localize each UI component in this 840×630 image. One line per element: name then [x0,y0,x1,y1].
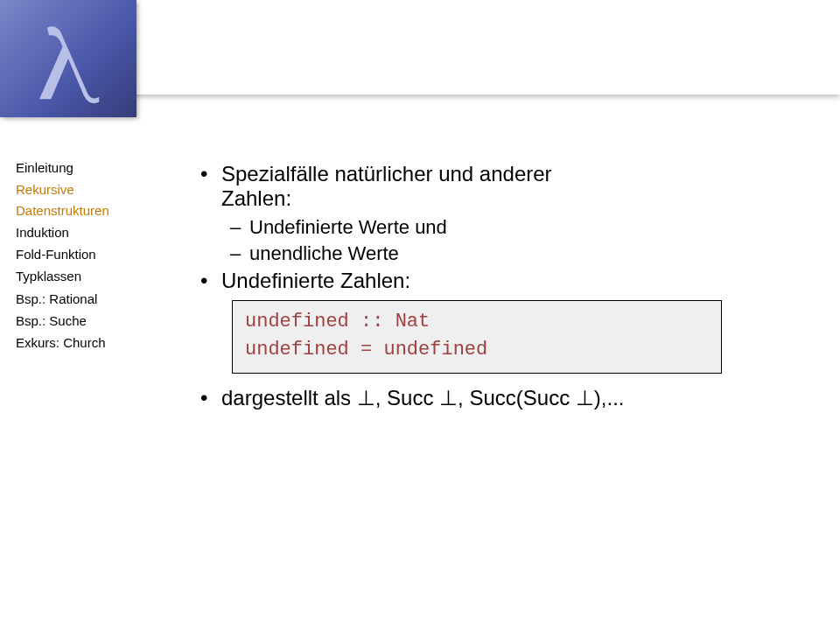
code-line-1: undefined :: Nat [245,308,709,336]
nav-item-fold: Fold-Funktion [16,244,143,264]
content-area: Spezialfälle natürlicher und anderer Zah… [197,162,757,416]
bullet-spezialfaelle: Spezialfälle natürlicher und anderer Zah… [197,162,757,211]
subbullet-unendliche-werte: unendliche Werte [197,242,757,265]
code-block: undefined :: Nat undefined = undefined [232,300,722,374]
nav-item-einleitung: Einleitung [16,158,143,178]
bullet-dargestellt: dargestellt als ⊥, Succ ⊥, Succ(Succ ⊥),… [197,386,757,410]
code-line-2: undefined = undefined [245,336,709,364]
nav-item-typklassen: Typklassen [16,266,143,286]
nav-item-rekursive: Rekursive Datenstrukturen [16,179,143,220]
bullet-text-line1: Spezialfälle natürlicher und anderer [221,162,552,186]
subbullet-undefinierte-werte: Undefinierte Werte und [197,216,757,239]
bullet-text-line2: Zahlen: [221,186,291,210]
nav-item-church: Exkurs: Church [16,332,143,353]
bullet-undefinierte-zahlen: Undefinierte Zahlen: [197,269,757,293]
nav-item-induktion: Induktion [16,222,143,242]
nav-item-suche: Bsp.: Suche [16,311,143,331]
lambda-icon [20,10,116,107]
sidebar-nav: Einleitung Rekursive Datenstrukturen Ind… [16,158,143,354]
nav-item-rational: Bsp.: Rational [16,289,143,309]
lambda-logo [0,0,136,117]
